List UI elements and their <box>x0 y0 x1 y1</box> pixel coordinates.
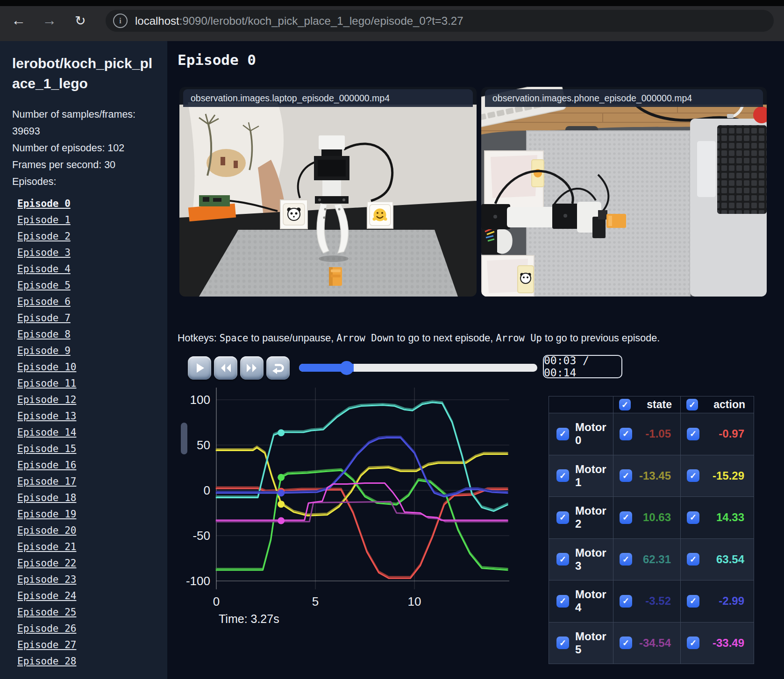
motor-action-value: -15.29 <box>713 469 744 482</box>
sidebar-episode-link[interactable]: Episode 0 <box>17 198 71 209</box>
sidebar-episode-link[interactable]: Episode 19 <box>17 509 76 520</box>
video-filename-laptop: observation.images.laptop_episode_000000… <box>183 89 473 107</box>
motor-state-checkbox[interactable]: ✓ <box>620 553 632 566</box>
lego-brick <box>329 267 342 286</box>
sidebar-episode-link[interactable]: Episode 27 <box>17 639 76 651</box>
episode-list-item: Episode 18 <box>17 490 167 506</box>
sidebar-episode-link[interactable]: Episode 17 <box>17 476 76 487</box>
sidebar-episode-link[interactable]: Episode 10 <box>17 361 76 373</box>
sidebar-episode-link[interactable]: Episode 2 <box>17 231 71 242</box>
browser-toolbar: ← → ↻ i localhost:9090/lerobot/koch_pick… <box>0 0 784 41</box>
browser-reload-icon[interactable]: ↻ <box>70 10 91 31</box>
sidebar-episode-link[interactable]: Episode 26 <box>17 623 76 634</box>
lerobot-dataset-visualizer: ← → ↻ i localhost:9090/lerobot/koch_pick… <box>0 0 784 679</box>
sidebar-episode-link[interactable]: Episode 23 <box>17 574 76 585</box>
motor-action-checkbox[interactable]: ✓ <box>687 511 699 524</box>
motor-state-cell: ✓-13.45 <box>613 455 680 497</box>
sidebar: lerobot/koch_pick_place_1_lego Number of… <box>0 41 167 679</box>
motor-checkbox[interactable]: ✓ <box>556 637 569 649</box>
motor-checkbox[interactable]: ✓ <box>556 511 569 524</box>
motor-action-checkbox[interactable]: ✓ <box>687 595 699 608</box>
motor-action-cell: ✓14.33 <box>680 496 754 538</box>
episode-list-item: Episode 20 <box>17 523 167 539</box>
motor-action-checkbox[interactable]: ✓ <box>687 637 699 649</box>
seek-slider-thumb[interactable] <box>340 361 354 375</box>
motor-state-value: 62.31 <box>643 553 671 566</box>
electronics <box>481 227 513 255</box>
motor-state-checkbox[interactable]: ✓ <box>620 469 632 482</box>
site-info-icon[interactable]: i <box>113 14 128 28</box>
motor-table-row: ✓Motor 4✓-3.52✓-2.99 <box>549 580 754 622</box>
browser-forward-icon[interactable]: → <box>39 10 60 31</box>
motor-state-checkbox[interactable]: ✓ <box>620 637 632 649</box>
address-bar[interactable]: i localhost:9090/lerobot/koch_pick_place… <box>106 10 774 32</box>
sidebar-episode-link[interactable]: Episode 1 <box>17 214 71 226</box>
motor-checkbox[interactable]: ✓ <box>556 428 569 440</box>
state-column-checkbox[interactable]: ✓ <box>619 399 631 410</box>
sidebar-episode-link[interactable]: Episode 25 <box>17 607 76 618</box>
sidebar-episode-link[interactable]: Episode 11 <box>17 378 76 389</box>
laptop-keyboard <box>717 125 767 214</box>
episode-list-item: Episode 10 <box>17 359 167 375</box>
motor-state-checkbox[interactable]: ✓ <box>620 595 632 608</box>
sidebar-episode-link[interactable]: Episode 9 <box>17 345 71 356</box>
svg-text:0: 0 <box>204 483 210 497</box>
sidebar-episode-link[interactable]: Episode 24 <box>17 590 76 601</box>
motor-action-checkbox[interactable]: ✓ <box>687 553 699 566</box>
motor-action-cell: ✓-0.97 <box>680 413 754 455</box>
sidebar-episode-link[interactable]: Episode 28 <box>17 656 76 667</box>
action-column-label: action <box>713 398 745 411</box>
motor-state-checkbox[interactable]: ✓ <box>620 511 632 524</box>
svg-text:-50: -50 <box>192 529 210 543</box>
browser-back-icon[interactable]: ← <box>8 10 29 31</box>
motor-action-value: 14.33 <box>716 511 744 524</box>
sidebar-episode-link[interactable]: Episode 4 <box>17 263 71 275</box>
sidebar-episode-link[interactable]: Episode 12 <box>17 394 76 405</box>
dataset-stats: Number of samples/frames: 39693 Number o… <box>12 106 160 190</box>
sidebar-episode-link[interactable]: Episode 8 <box>17 329 71 340</box>
motor-checkbox[interactable]: ✓ <box>556 469 569 482</box>
sidebar-episode-link[interactable]: Episode 20 <box>17 525 76 536</box>
motor-name-cell: ✓Motor 1 <box>549 455 613 497</box>
motor-checkbox[interactable]: ✓ <box>556 595 569 608</box>
svg-text:0: 0 <box>213 594 220 608</box>
header-action-cell: ✓ action <box>680 396 754 413</box>
motor-state-cell: ✓-34.54 <box>613 622 680 664</box>
sidebar-episode-link[interactable]: Episode 16 <box>17 460 76 471</box>
episode-list-item: Episode 24 <box>17 588 167 604</box>
sidebar-episode-link[interactable]: Episode 21 <box>17 541 76 552</box>
video-panel-phone[interactable]: observation.images.phone_episode_000000.… <box>481 87 767 297</box>
motor-name-cell: ✓Motor 3 <box>549 538 613 580</box>
motor-state-value: -3.52 <box>645 594 671 608</box>
motor-action-cell: ✓-15.29 <box>680 455 754 497</box>
motor-checkbox[interactable]: ✓ <box>556 553 569 566</box>
motor-action-checkbox[interactable]: ✓ <box>687 469 699 482</box>
sidebar-episode-link[interactable]: Episode 13 <box>17 410 76 422</box>
stat-episodes: Number of episodes: 102 <box>12 140 160 156</box>
open-box-bottom <box>482 255 534 297</box>
seek-slider[interactable] <box>299 364 537 372</box>
motor-action-value: -33.49 <box>713 637 744 650</box>
episode-list-item: Episode 12 <box>17 392 167 408</box>
sidebar-episode-link[interactable]: Episode 6 <box>17 296 71 307</box>
sidebar-episode-link[interactable]: Episode 22 <box>17 558 76 569</box>
url-text[interactable]: localhost:9090/lerobot/koch_pick_place_1… <box>135 14 463 28</box>
svg-text:10: 10 <box>408 594 421 608</box>
fast-forward-icon <box>245 361 258 375</box>
motor-state-checkbox[interactable]: ✓ <box>620 428 632 440</box>
action-column-checkbox[interactable]: ✓ <box>686 399 698 410</box>
sidebar-episode-link[interactable]: Episode 14 <box>17 427 76 438</box>
motor-name-cell: ✓Motor 4 <box>549 580 613 622</box>
sidebar-episode-link[interactable]: Episode 5 <box>17 280 71 291</box>
motor-action-value: -0.97 <box>719 427 744 440</box>
sidebar-episode-link[interactable]: Episode 18 <box>17 492 76 503</box>
motor-action-checkbox[interactable]: ✓ <box>687 428 699 440</box>
motor-table-row: ✓Motor 0✓-1.05✓-0.97 <box>549 413 754 455</box>
sidebar-episode-link[interactable]: Episode 15 <box>17 443 76 454</box>
motor-name-cell: ✓Motor 2 <box>549 496 613 538</box>
video-panel-laptop[interactable]: observation.images.laptop_episode_000000… <box>179 87 477 297</box>
sidebar-episode-link[interactable]: Episode 3 <box>17 247 71 258</box>
sidebar-episode-link[interactable]: Episode 7 <box>17 312 71 324</box>
episode-list: Episode 0Episode 1Episode 2Episode 3Epis… <box>0 196 167 670</box>
motor-chart[interactable]: 100500-50-1000510Time: 3.27s <box>181 374 511 629</box>
